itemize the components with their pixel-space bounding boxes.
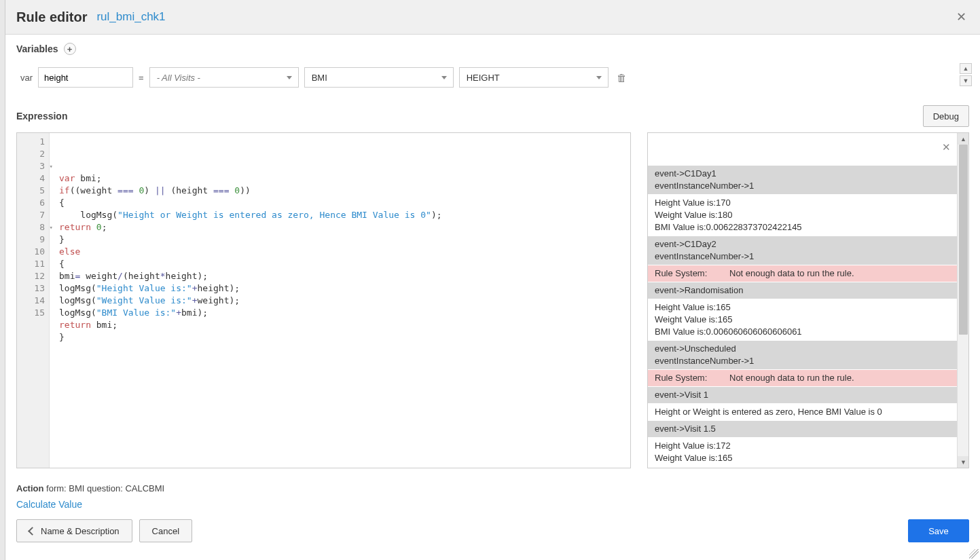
rule-name: rul_bmi_chk1 bbox=[96, 10, 165, 24]
debug-row: event->Randomisation bbox=[648, 282, 957, 299]
variable-scroll: ▲ ▼ bbox=[960, 63, 972, 86]
delete-variable-icon[interactable]: 🗑 bbox=[614, 69, 630, 86]
debug-row: Height Value is:165Weight Value is:165BM… bbox=[648, 299, 957, 341]
equals-label: = bbox=[139, 73, 144, 83]
left-strip bbox=[0, 0, 5, 549]
editor-gutter: 123456789101112131415 bbox=[17, 133, 50, 468]
action-summary: Action form: BMI question: CALCBMI bbox=[16, 483, 969, 493]
debug-row: event->UnscheduledeventInstanceNumber->1 bbox=[648, 341, 957, 370]
dialog-title: Rule editor bbox=[16, 10, 87, 25]
scroll-down-icon[interactable]: ▼ bbox=[958, 456, 969, 468]
form-select[interactable]: BMI bbox=[304, 67, 454, 88]
debug-close-icon[interactable]: ✕ bbox=[942, 141, 951, 153]
debug-row: Rule System:Not enough data to run the r… bbox=[648, 265, 957, 282]
variable-scroll-up[interactable]: ▲ bbox=[960, 63, 972, 74]
variables-label: Variables + bbox=[16, 43, 969, 55]
add-variable-button[interactable]: + bbox=[64, 43, 76, 55]
editor-code[interactable]: var bmi;if((weight === 0) || (height ===… bbox=[50, 133, 630, 468]
code-editor[interactable]: 123456789101112131415 var bmi;if((weight… bbox=[16, 132, 631, 468]
debug-scrollbar[interactable]: ▲ ▼ bbox=[957, 133, 968, 468]
variable-row: var = - All Visits - BMI HEIGHT 🗑 bbox=[20, 67, 969, 88]
debug-row: event->Visit 1.5 bbox=[648, 421, 957, 438]
calculate-value-link[interactable]: Calculate Value bbox=[16, 499, 969, 510]
variable-scroll-down[interactable]: ▼ bbox=[960, 75, 972, 86]
debug-row: Height or Weight is entered as zero, Hen… bbox=[648, 404, 957, 421]
debug-row: Rule System:Not enough data to run the r… bbox=[648, 370, 957, 387]
chevron-left-icon bbox=[29, 526, 37, 536]
scroll-up-icon[interactable]: ▲ bbox=[958, 133, 969, 145]
var-keyword: var bbox=[20, 73, 33, 83]
field-select[interactable]: HEIGHT bbox=[459, 67, 609, 88]
debug-row: event->C1Day2eventInstanceNumber->1 bbox=[648, 236, 957, 265]
cancel-button[interactable]: Cancel bbox=[139, 519, 192, 542]
debug-row: event->Visit 1 bbox=[648, 387, 957, 404]
debug-button[interactable]: Debug bbox=[923, 105, 969, 127]
debug-row: event->C1Day1eventInstanceNumber->1 bbox=[648, 166, 957, 195]
visits-select[interactable]: - All Visits - bbox=[149, 67, 299, 88]
scroll-thumb[interactable] bbox=[959, 145, 968, 335]
debug-row bbox=[648, 133, 957, 166]
close-icon[interactable]: ✕ bbox=[954, 7, 969, 27]
name-description-button[interactable]: Name & Description bbox=[16, 519, 132, 542]
save-button[interactable]: Save bbox=[908, 519, 969, 542]
dialog-header: Rule editor rul_bmi_chk1 ✕ bbox=[5, 0, 980, 35]
debug-panel: ✕ event->C1Day1eventInstanceNumber->1Hei… bbox=[647, 132, 969, 468]
debug-row: Height Value is:172Weight Value is:165 bbox=[648, 438, 957, 467]
expression-label: Expression bbox=[16, 111, 67, 122]
debug-output: event->C1Day1eventInstanceNumber->1Heigh… bbox=[648, 133, 957, 468]
debug-row: Height Value is:170Weight Value is:180BM… bbox=[648, 195, 957, 236]
variable-name-input[interactable] bbox=[38, 67, 133, 88]
